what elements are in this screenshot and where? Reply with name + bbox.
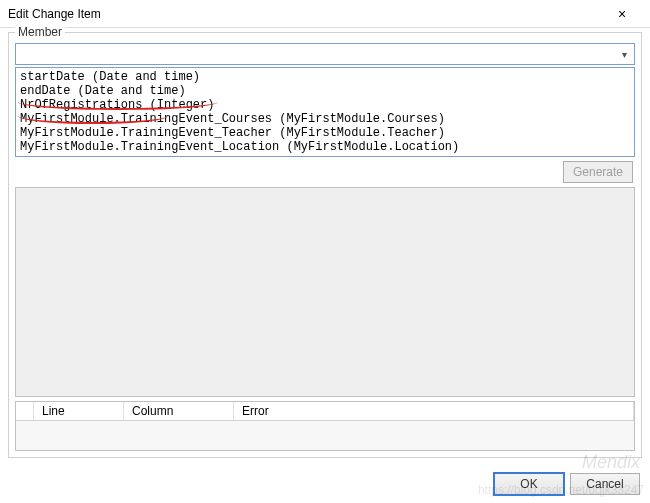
error-col-icon xyxy=(16,402,34,420)
window-title: Edit Change Item xyxy=(8,7,602,21)
list-item[interactable]: MyFirstModule.TrainingEvent_Courses (MyF… xyxy=(20,112,630,126)
ok-button[interactable]: OK xyxy=(494,473,564,495)
cancel-button[interactable]: Cancel xyxy=(570,473,640,495)
editor-area[interactable] xyxy=(15,187,635,397)
titlebar: Edit Change Item × xyxy=(0,0,650,28)
dialog-footer: OK Cancel xyxy=(494,473,640,495)
member-list[interactable]: startDate (Date and time) endDate (Date … xyxy=(15,67,635,157)
member-dropdown[interactable]: ▾ xyxy=(15,43,635,65)
list-item[interactable]: MyFirstModule.TrainingEvent_Teacher (MyF… xyxy=(20,126,630,140)
close-icon[interactable]: × xyxy=(602,6,642,22)
list-item[interactable]: endDate (Date and time) xyxy=(20,84,630,98)
error-col-error[interactable]: Error xyxy=(234,402,634,420)
error-table: Line Column Error xyxy=(15,401,635,451)
fieldset-legend: Member xyxy=(15,25,65,39)
error-table-header: Line Column Error xyxy=(16,402,634,421)
dropdown-value xyxy=(16,44,634,64)
generate-button: Generate xyxy=(563,161,633,183)
error-col-column[interactable]: Column xyxy=(124,402,234,420)
generate-row: Generate xyxy=(15,161,635,183)
list-item[interactable]: NrOfRegistrations (Integer) xyxy=(20,98,630,112)
list-item[interactable]: startDate (Date and time) xyxy=(20,70,630,84)
list-item[interactable]: MyFirstModule.TrainingEvent_Location (My… xyxy=(20,140,630,154)
error-col-line[interactable]: Line xyxy=(34,402,124,420)
chevron-down-icon[interactable]: ▾ xyxy=(616,46,632,62)
member-fieldset: Member ▾ startDate (Date and time) endDa… xyxy=(8,32,642,458)
